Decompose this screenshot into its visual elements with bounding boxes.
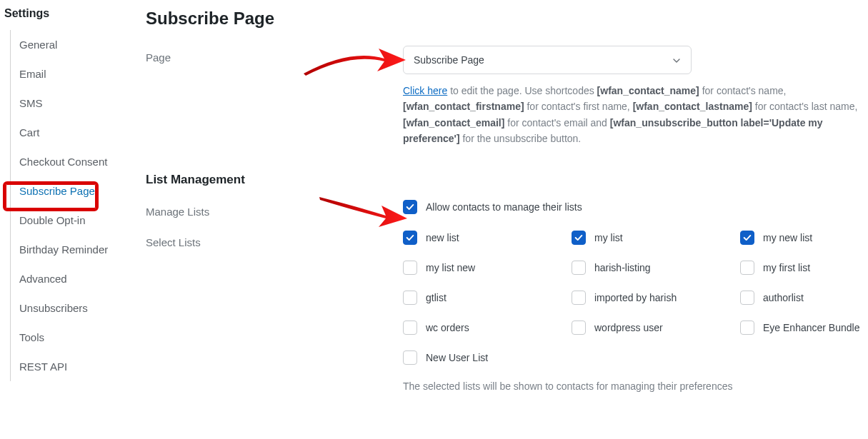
list-checkbox-label: new list bbox=[426, 232, 459, 243]
sidebar-item-cart[interactable]: Cart bbox=[11, 118, 129, 147]
page-select[interactable]: Subscribe Page bbox=[403, 46, 692, 74]
page-help-text: Click here to edit the page. Use shortco… bbox=[403, 83, 864, 147]
sidebar-item-unsubscribers[interactable]: Unsubscribers bbox=[11, 293, 129, 323]
list-checkbox-label: my first list bbox=[763, 262, 810, 273]
list-checkbox[interactable] bbox=[403, 291, 417, 305]
list-checkbox-label: New User List bbox=[426, 352, 488, 363]
sidebar-item-checkout-consent[interactable]: Checkout Consent bbox=[11, 147, 129, 176]
list-checkbox[interactable] bbox=[403, 231, 417, 245]
main-content: Subscribe Page Page Subscribe Page Click… bbox=[129, 0, 868, 439]
sidebar-item-email[interactable]: Email bbox=[11, 59, 129, 89]
lists-grid: new listmy listmy new listmy list newhar… bbox=[403, 231, 868, 392]
sidebar-item-subscribe-page[interactable]: Subscribe Page bbox=[11, 176, 129, 206]
sidebar-item-general[interactable]: General bbox=[11, 30, 129, 59]
edit-page-link[interactable]: Click here bbox=[403, 85, 447, 96]
sidebar-title: Settings bbox=[4, 7, 129, 20]
list-checkbox-label: Eye Enhancer Bundle bbox=[763, 322, 859, 333]
sidebar-item-sms[interactable]: SMS bbox=[11, 89, 129, 118]
list-checkbox-label: my new list bbox=[763, 232, 812, 243]
list-checkbox[interactable] bbox=[572, 231, 586, 245]
sidebar-item-advanced[interactable]: Advanced bbox=[11, 264, 129, 293]
sidebar-item-birthday-reminder[interactable]: Birthday Reminder bbox=[11, 235, 129, 264]
list-checkbox[interactable] bbox=[403, 261, 417, 275]
list-checkbox[interactable] bbox=[740, 231, 754, 245]
manage-lists-checkbox[interactable] bbox=[403, 200, 417, 214]
sidebar-item-rest-api[interactable]: REST API bbox=[11, 352, 129, 381]
list-management-heading: List Management bbox=[146, 173, 868, 187]
lists-note: The selected lists will be shown to cont… bbox=[403, 380, 868, 392]
list-checkbox-label: my list bbox=[594, 232, 623, 243]
list-checkbox[interactable] bbox=[572, 321, 586, 335]
list-checkbox[interactable] bbox=[403, 321, 417, 335]
sidebar-item-double-opt-in[interactable]: Double Opt-in bbox=[11, 206, 129, 235]
list-checkbox[interactable] bbox=[572, 291, 586, 305]
select-lists-label: Select Lists bbox=[146, 231, 403, 248]
list-checkbox-label: wc orders bbox=[426, 322, 469, 333]
list-checkbox[interactable] bbox=[740, 261, 754, 275]
list-checkbox-label: harish-listing bbox=[594, 262, 651, 273]
sidebar-item-tools[interactable]: Tools bbox=[11, 323, 129, 352]
list-checkbox-label: gtlist bbox=[426, 292, 447, 303]
settings-sidebar: Settings General Email SMS Cart Checkout… bbox=[0, 0, 129, 439]
manage-lists-checkbox-label: Allow contacts to manage their lists bbox=[426, 201, 582, 213]
list-checkbox[interactable] bbox=[572, 261, 586, 275]
list-checkbox[interactable] bbox=[740, 321, 754, 335]
list-checkbox-label: my list new bbox=[426, 262, 475, 273]
list-checkbox[interactable] bbox=[403, 350, 417, 365]
page-label: Page bbox=[146, 46, 403, 64]
list-checkbox-label: wordpress user bbox=[594, 322, 663, 333]
page-select-value: Subscribe Page bbox=[414, 54, 484, 66]
list-checkbox-label: imported by harish bbox=[594, 292, 677, 303]
list-checkbox-label: authorlist bbox=[763, 292, 804, 303]
manage-lists-label: Manage Lists bbox=[146, 200, 403, 218]
list-checkbox[interactable] bbox=[740, 291, 754, 305]
chevron-down-icon bbox=[672, 56, 681, 64]
page-title: Subscribe Page bbox=[146, 9, 868, 29]
